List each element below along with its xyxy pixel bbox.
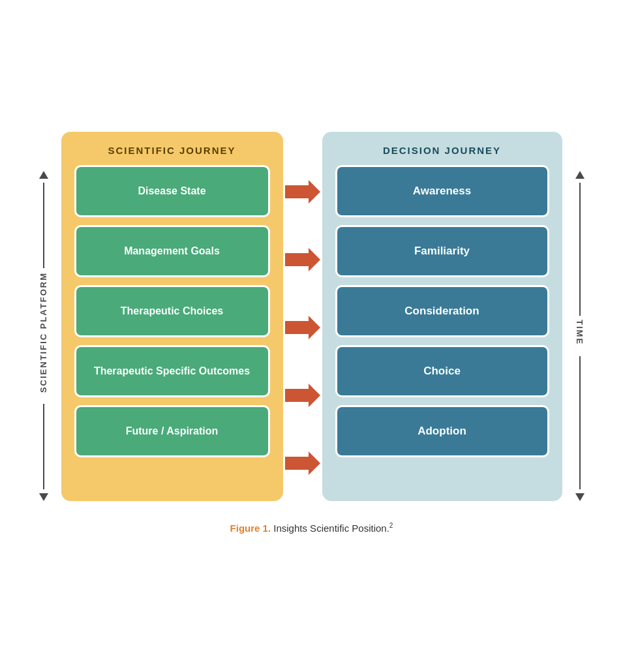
page-container: SCIENTIFIC PLATFORM SCIENTIFIC JOURNEY D… xyxy=(0,0,623,672)
left-arrow-line-2 xyxy=(43,404,44,489)
arrow-connector-3 xyxy=(285,298,320,358)
scientific-journey-title: SCIENTIFIC JOURNEY xyxy=(74,145,270,156)
time-arrow-up-icon xyxy=(575,171,585,179)
right-arrow-line-2 xyxy=(579,356,581,489)
arrow-connector-4 xyxy=(285,365,320,425)
familiarity-box: Familiarity xyxy=(335,225,549,277)
diagram-wrapper: SCIENTIFIC PLATFORM SCIENTIFIC JOURNEY D… xyxy=(31,132,592,501)
decision-journey-title: DECISION JOURNEY xyxy=(335,145,549,156)
svg-marker-1 xyxy=(285,248,320,271)
arrow-connector-1 xyxy=(285,162,320,222)
consideration-box: Consideration xyxy=(335,285,549,337)
disease-state-box: Disease State xyxy=(74,165,270,217)
caption-figure-label: Figure 1. xyxy=(230,523,271,534)
arrow-icon-3 xyxy=(285,316,320,339)
left-arrow-container: SCIENTIFIC PLATFORM xyxy=(31,132,56,501)
therapeutic-specific-outcomes-box: Therapeutic Specific Outcomes xyxy=(74,345,270,397)
awareness-box: Awareness xyxy=(335,165,549,217)
adoption-box: Adoption xyxy=(335,405,549,457)
arrow-down-icon xyxy=(39,493,48,501)
right-arrow-container: TIME xyxy=(568,132,592,501)
connector-area xyxy=(283,132,322,501)
future-aspiration-box: Future / Aspiration xyxy=(74,405,270,457)
svg-marker-2 xyxy=(285,316,320,339)
arrow-icon-2 xyxy=(285,248,320,271)
management-goals-box: Management Goals xyxy=(74,225,270,277)
svg-marker-3 xyxy=(285,384,320,407)
figure-caption: Figure 1. Insights Scientific Position.2 xyxy=(230,522,393,534)
caption-superscript: 2 xyxy=(389,522,393,529)
svg-marker-4 xyxy=(285,451,320,475)
choice-box: Choice xyxy=(335,345,549,397)
time-label: TIME xyxy=(575,320,585,345)
arrow-connector-5 xyxy=(285,433,320,493)
scientific-platform-label: SCIENTIFIC PLATFORM xyxy=(38,272,48,393)
caption-text: Insights Scientific Position. xyxy=(271,523,389,534)
therapeutic-choices-box: Therapeutic Choices xyxy=(74,285,270,337)
right-arrow-line xyxy=(579,183,581,316)
arrow-up-icon xyxy=(39,171,48,179)
decision-journey-column: DECISION JOURNEY Awareness Familiarity C… xyxy=(322,132,562,501)
scientific-journey-column: SCIENTIFIC JOURNEY Disease State Managem… xyxy=(61,132,283,501)
svg-marker-0 xyxy=(285,180,320,204)
arrow-icon-4 xyxy=(285,384,320,407)
arrow-icon-5 xyxy=(285,451,320,475)
main-content: SCIENTIFIC JOURNEY Disease State Managem… xyxy=(61,132,562,501)
time-arrow-down-icon xyxy=(575,493,585,501)
arrow-icon-1 xyxy=(285,180,320,204)
left-arrow-line xyxy=(43,183,44,268)
columns-row: SCIENTIFIC JOURNEY Disease State Managem… xyxy=(61,132,562,501)
arrow-connector-2 xyxy=(285,230,320,290)
